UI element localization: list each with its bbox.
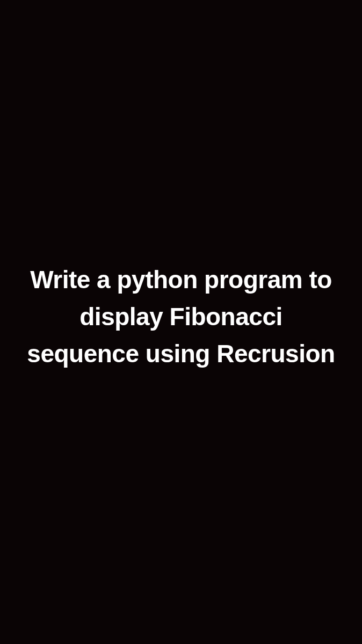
main-text: Write a python program to display Fibona… bbox=[0, 261, 362, 372]
